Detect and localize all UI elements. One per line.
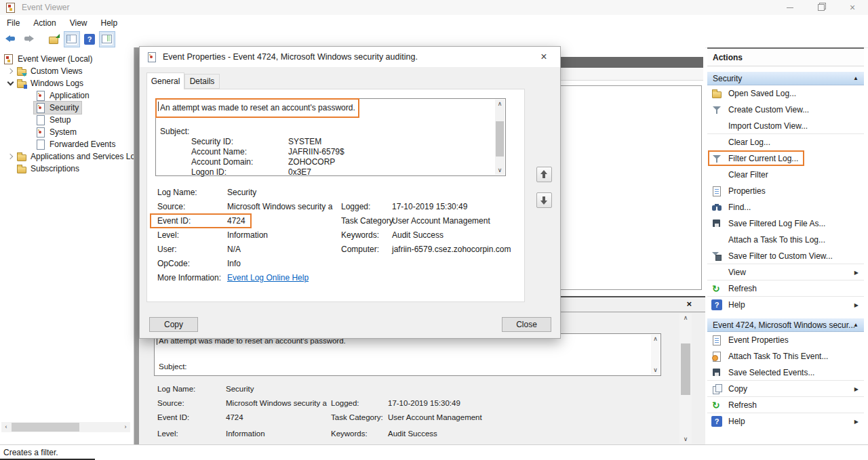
action-item-icon bbox=[711, 299, 722, 310]
action-item[interactable]: Help bbox=[707, 413, 864, 430]
action-item[interactable]: Attach Task To This Event... bbox=[707, 348, 864, 364]
field-label: OpCode: bbox=[157, 259, 190, 268]
action-item-label: Help bbox=[728, 417, 745, 426]
preview-description-scrollbar[interactable]: ∧ ∨ bbox=[651, 335, 660, 375]
scrollbar-thumb[interactable] bbox=[12, 423, 79, 432]
tree-item[interactable]: System bbox=[0, 126, 134, 138]
tree-item[interactable]: Application bbox=[0, 89, 134, 102]
tree-item[interactable]: Setup bbox=[0, 114, 134, 126]
action-item-icon bbox=[711, 218, 722, 229]
tree-item-label[interactable]: System bbox=[50, 127, 77, 137]
description-scrollbar[interactable]: ∧ ∨ bbox=[495, 100, 505, 175]
scrollbar-thumb[interactable] bbox=[496, 121, 504, 156]
help-icon[interactable] bbox=[84, 34, 95, 45]
console-tree-toggle-icon[interactable] bbox=[66, 34, 77, 45]
tree-item[interactable]: Subscriptions bbox=[0, 163, 134, 175]
minimize-icon[interactable] bbox=[774, 0, 806, 15]
scroll-down-icon[interactable]: ∨ bbox=[679, 436, 692, 442]
previous-event-button[interactable] bbox=[536, 167, 552, 182]
action-item[interactable]: Properties bbox=[707, 183, 864, 199]
action-item[interactable]: View bbox=[707, 264, 864, 280]
tree-item[interactable]: Applications and Services Log bbox=[0, 150, 134, 163]
dialog-close-icon[interactable]: × bbox=[536, 49, 552, 64]
action-item[interactable]: Filter Current Log... bbox=[707, 150, 864, 167]
action-item[interactable]: Refresh bbox=[707, 397, 864, 413]
tree-expander-icon[interactable] bbox=[5, 65, 15, 77]
tab-details[interactable]: Details bbox=[184, 74, 220, 89]
tree-item-label[interactable]: Subscriptions bbox=[31, 164, 79, 173]
scroll-left-icon[interactable]: ‹ bbox=[1, 424, 11, 430]
action-item[interactable]: Refresh bbox=[707, 280, 864, 297]
action-item-icon bbox=[711, 335, 722, 346]
action-item[interactable]: Create Custom View... bbox=[707, 102, 864, 118]
tab-general[interactable]: General bbox=[146, 72, 184, 89]
action-item[interactable]: Copy bbox=[707, 381, 864, 397]
preview-vertical-scrollbar[interactable]: ∧ ∨ bbox=[679, 314, 692, 444]
scroll-up-icon[interactable]: ∧ bbox=[679, 315, 692, 321]
scrollbar-thumb[interactable] bbox=[681, 343, 690, 395]
collapse-icon[interactable]: ▲ bbox=[853, 322, 859, 328]
close-button[interactable]: Close bbox=[502, 317, 551, 332]
close-icon[interactable]: × bbox=[837, 0, 868, 15]
copy-button[interactable]: Copy bbox=[149, 317, 198, 332]
scroll-down-icon[interactable]: ∨ bbox=[653, 367, 658, 373]
tree-item-label[interactable]: Security bbox=[50, 103, 79, 112]
scroll-up-icon[interactable]: ∧ bbox=[653, 336, 658, 342]
tree-item-label[interactable]: Setup bbox=[50, 115, 71, 125]
window-title: Event Viewer bbox=[22, 3, 69, 12]
event-log-online-help-link[interactable]: Event Log Online Help bbox=[227, 273, 309, 283]
action-item[interactable]: Import Custom View... bbox=[707, 118, 864, 134]
tree-item[interactable]: Forwarded Events bbox=[0, 138, 134, 150]
tree-item-label[interactable]: Forwarded Events bbox=[50, 140, 115, 149]
next-event-button[interactable] bbox=[536, 192, 552, 208]
tree-item-label[interactable]: Custom Views bbox=[31, 66, 82, 76]
preview-close-icon[interactable]: × bbox=[686, 299, 692, 309]
tree-item-label[interactable]: Application bbox=[50, 91, 90, 100]
action-item[interactable]: Attach a Task To this Log... bbox=[707, 232, 864, 248]
action-item[interactable]: Clear Log... bbox=[707, 134, 864, 150]
general-tab-page: An attempt was made to reset an account'… bbox=[146, 89, 525, 302]
scroll-up-icon[interactable]: ∧ bbox=[498, 101, 502, 107]
maximize-icon[interactable] bbox=[806, 0, 837, 15]
forward-icon[interactable] bbox=[23, 34, 34, 45]
menu-item[interactable]: Help bbox=[94, 15, 125, 30]
action-item[interactable]: Save Selected Events... bbox=[707, 364, 864, 381]
dialog-icon bbox=[146, 51, 157, 62]
action-item[interactable]: Event Properties bbox=[707, 332, 864, 348]
actions-section-header-security[interactable]: Security ▲ bbox=[707, 71, 864, 85]
action-item-icon bbox=[711, 251, 722, 262]
preview-description-box[interactable]: An attempt was made to reset an account'… bbox=[154, 333, 661, 376]
action-item[interactable]: Clear Filter bbox=[707, 167, 864, 183]
back-icon[interactable] bbox=[5, 34, 16, 45]
tree-item[interactable]: Event Viewer (Local) bbox=[0, 53, 134, 65]
action-item[interactable]: Help bbox=[707, 297, 864, 313]
subject-row-label: Account Domain: bbox=[191, 157, 288, 167]
collapse-icon[interactable]: ▲ bbox=[853, 75, 859, 81]
menu-item[interactable]: File bbox=[0, 15, 26, 30]
action-item[interactable]: Find... bbox=[707, 199, 864, 215]
tree-expander-icon[interactable] bbox=[5, 77, 15, 89]
tree-item-label[interactable]: Applications and Services Log bbox=[31, 152, 134, 161]
status-bar: Creates a filter. bbox=[0, 444, 868, 460]
action-item[interactable]: Save Filtered Log File As... bbox=[707, 215, 864, 232]
action-item[interactable]: Open Saved Log... bbox=[707, 85, 864, 102]
tree-item[interactable]: Custom Views bbox=[0, 65, 134, 77]
tree-expander-icon[interactable] bbox=[5, 150, 15, 163]
tree-item-label[interactable]: Event Viewer (Local) bbox=[18, 54, 93, 64]
scroll-right-icon[interactable]: › bbox=[121, 424, 130, 430]
tree-item-label[interactable]: Windows Logs bbox=[31, 79, 83, 88]
tree-item[interactable]: Security bbox=[0, 102, 134, 114]
menu-item[interactable]: Action bbox=[26, 15, 62, 30]
subject-row-value: 0x3E7 bbox=[288, 167, 311, 177]
menubar: FileActionViewHelp bbox=[0, 15, 868, 30]
action-item-label: Attach a Task To this Log... bbox=[728, 235, 825, 245]
export-log-icon[interactable] bbox=[49, 34, 60, 45]
description-box[interactable]: An attempt was made to reset an account'… bbox=[155, 98, 506, 176]
action-pane-toggle-icon[interactable] bbox=[102, 34, 113, 45]
action-item[interactable]: Save Filter to Custom View... bbox=[707, 248, 864, 264]
tree-horizontal-scrollbar[interactable]: ‹ › bbox=[1, 422, 130, 432]
menu-item[interactable]: View bbox=[63, 15, 94, 30]
scroll-down-icon[interactable]: ∨ bbox=[498, 167, 502, 173]
actions-section-header-event[interactable]: Event 4724, Microsoft Windows secur... ▲ bbox=[707, 318, 864, 332]
tree-item[interactable]: Windows Logs bbox=[0, 77, 134, 89]
